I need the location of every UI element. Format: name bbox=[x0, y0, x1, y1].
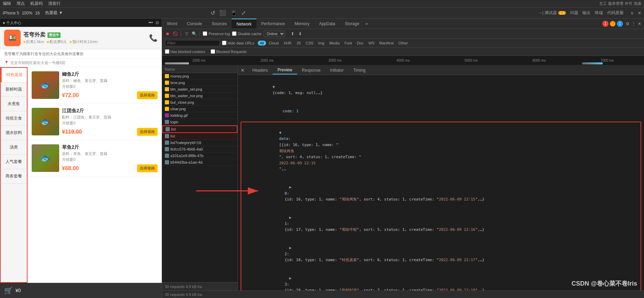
refresh-icon[interactable]: ↺ bbox=[211, 10, 215, 16]
cart-icon[interactable]: 🛒 bbox=[4, 286, 13, 295]
request-item-2[interactable]: btn_waiter_sel.png bbox=[162, 86, 237, 93]
tab-appdata[interactable]: AppData bbox=[314, 19, 340, 29]
clear-icon[interactable]: 🚫 bbox=[172, 31, 178, 37]
filter-doc[interactable]: Doc bbox=[355, 41, 366, 45]
tab-sources[interactable]: Sources bbox=[207, 19, 232, 29]
menu-item-release[interactable]: 清发行 bbox=[48, 1, 61, 7]
filter-font[interactable]: Font bbox=[342, 41, 354, 45]
top-action-2[interactable]: 版本管理 bbox=[608, 1, 623, 6]
filter-media[interactable]: Media bbox=[327, 41, 342, 45]
filter-img[interactable]: Img bbox=[316, 41, 326, 45]
request-item-6[interactable]: lodding.gif bbox=[162, 112, 237, 119]
tab-wxml[interactable]: Wxml bbox=[162, 19, 182, 29]
sidebar-item-5[interactable]: 汤类 bbox=[1, 140, 27, 155]
request-item-12[interactable]: a101a1e9-8f8b-47b bbox=[162, 153, 237, 159]
request-item-13[interactable]: b544d3ba-a1ae-4d. bbox=[162, 159, 237, 166]
tab-console[interactable]: Console bbox=[182, 19, 207, 29]
filter-css[interactable]: CSS bbox=[304, 41, 316, 45]
detail-tab-headers[interactable]: Headers bbox=[247, 66, 273, 74]
request-item-8[interactable]: list bbox=[162, 125, 237, 133]
sidebar-item-0[interactable]: 特色蒸菜 bbox=[1, 68, 27, 82]
request-item-9[interactable]: list bbox=[162, 133, 237, 140]
more-icon[interactable]: ⋮ bbox=[632, 21, 636, 26]
request-item-3[interactable]: btn_waiter_nor.png bbox=[162, 93, 237, 99]
top-action-4[interactable]: 洗涤 bbox=[634, 1, 641, 6]
request-items-container: money.png time.png btn_waiter_sel.png bbox=[162, 73, 237, 282]
filter-all[interactable]: All bbox=[258, 41, 266, 45]
disable-cache-label[interactable]: Disable cache bbox=[232, 31, 262, 36]
top-action-1[interactable]: 主工 bbox=[599, 1, 607, 6]
filter-ws[interactable]: WS bbox=[366, 41, 377, 45]
menu-item-edit[interactable]: 编辑 bbox=[3, 1, 11, 7]
phone-icon[interactable]: 📱 bbox=[230, 10, 237, 16]
sidebar-item-2[interactable]: 水煮鱼 bbox=[1, 97, 27, 111]
network-main: Name money.png time.png bbox=[162, 65, 644, 290]
request-item-5[interactable]: clear.png bbox=[162, 106, 237, 112]
tab-network[interactable]: Network bbox=[232, 19, 256, 29]
filter-input[interactable] bbox=[165, 40, 220, 46]
download-icon[interactable]: ⬇ bbox=[297, 31, 303, 37]
sidebar-item-7[interactable]: 商务套餐 bbox=[1, 169, 27, 184]
settings-icon[interactable]: ⚙ bbox=[626, 21, 630, 26]
request-item-10[interactable]: list?categoryId=16 bbox=[162, 140, 237, 146]
sidebar-item-1[interactable]: 新鲜时蔬 bbox=[1, 82, 27, 97]
tab-storage[interactable]: Storage bbox=[340, 19, 364, 29]
devtools-close[interactable]: ✕ bbox=[638, 11, 641, 16]
menu-item-trace[interactable]: 埋点 bbox=[17, 1, 25, 7]
disable-cache-checkbox[interactable] bbox=[232, 31, 236, 36]
sidebar-item-6[interactable]: 人气套餐 bbox=[1, 155, 27, 169]
sidebar-item-4[interactable]: 酒水饮料 bbox=[1, 126, 27, 140]
filter-icon[interactable]: ▽ bbox=[184, 31, 189, 37]
top-action-3[interactable]: 许可 bbox=[625, 1, 632, 6]
detail-tab-preview[interactable]: Preview bbox=[273, 66, 297, 74]
detail-close-btn[interactable]: ✕ bbox=[238, 68, 247, 73]
detail-tab-initiator[interactable]: Initiator bbox=[325, 66, 348, 74]
hot-reload-btn[interactable]: 热重载 ▼ bbox=[45, 10, 63, 16]
devtools-tab-output[interactable]: 输出 bbox=[582, 10, 591, 16]
devtools-panel-close[interactable]: ✕ bbox=[638, 21, 641, 26]
more-tabs-icon[interactable]: » bbox=[366, 21, 368, 26]
cart-total: ¥0 bbox=[15, 288, 21, 293]
preserve-log-label[interactable]: Preserve log bbox=[203, 31, 230, 36]
upload-icon[interactable]: ⬆ bbox=[290, 31, 295, 37]
choose-btn-0[interactable]: 选择规格 bbox=[137, 91, 158, 99]
request-item-0[interactable]: money.png bbox=[162, 73, 237, 80]
request-item-11[interactable]: 8cfcc576-4b66-4a0. bbox=[162, 146, 237, 153]
devtools-tab-codequality[interactable]: 代码质量 bbox=[607, 10, 624, 16]
detail-tab-timing[interactable]: Timing bbox=[348, 66, 370, 74]
request-item-7[interactable]: login bbox=[162, 119, 237, 125]
top-menu-bar: 编辑 埋点 机器码 清发行 主工 版本管理 许可 洗涤 bbox=[0, 0, 644, 8]
choose-btn-2[interactable]: 选择规格 bbox=[137, 164, 158, 172]
tab-performance[interactable]: Performance bbox=[256, 19, 290, 29]
menu-item-machinecode[interactable]: 机器码 bbox=[30, 1, 43, 7]
record-icon[interactable]: ⏺ bbox=[165, 31, 170, 37]
filter-js[interactable]: JS bbox=[294, 41, 303, 45]
expand-icon[interactable]: ⤢ bbox=[241, 10, 246, 16]
hide-data-urls-checkbox[interactable] bbox=[222, 41, 226, 45]
choose-btn-1[interactable]: 选择规格 bbox=[137, 128, 158, 136]
request-item-4[interactable]: but_close.png bbox=[162, 99, 237, 106]
online-select[interactable]: Online bbox=[264, 31, 285, 37]
search-icon[interactable]: 🔍 bbox=[191, 31, 197, 37]
stop-icon[interactable]: ⬛ bbox=[219, 10, 226, 16]
blocked-requests-checkbox[interactable] bbox=[211, 49, 215, 54]
blocked-requests-label[interactable]: Blocked Requests bbox=[211, 49, 247, 54]
devtools-panel: Wxml Console Sources Network Performance… bbox=[162, 19, 644, 298]
blocked-cookies-label[interactable]: Has blocked cookies bbox=[165, 49, 205, 54]
devtools-tab-terminal[interactable]: 终端 bbox=[595, 10, 603, 16]
devtools-tab-issues[interactable]: 问题 bbox=[570, 10, 578, 16]
devtools-collapse[interactable]: ∨ bbox=[631, 11, 634, 16]
phone-icon-right[interactable]: 📞 bbox=[149, 34, 158, 42]
device-bar: iPhone 5 100% 16 热重载 ▼ ↺ ⬛ 📱 ⤢ →| 调试器 1,… bbox=[0, 8, 644, 19]
filter-manifest[interactable]: Manifest bbox=[377, 41, 396, 45]
filter-cloud[interactable]: Cloud bbox=[267, 41, 281, 45]
filter-other[interactable]: Other bbox=[397, 41, 410, 45]
request-item-1[interactable]: time.png bbox=[162, 80, 237, 86]
blocked-cookies-checkbox[interactable] bbox=[165, 49, 169, 54]
detail-tab-response[interactable]: Response bbox=[297, 66, 325, 74]
filter-xhr[interactable]: XHR bbox=[282, 41, 294, 45]
tab-memory[interactable]: Memory bbox=[290, 19, 314, 29]
hide-data-urls-label[interactable]: Hide data URLs bbox=[222, 41, 254, 45]
preserve-log-checkbox[interactable] bbox=[203, 31, 207, 36]
sidebar-item-3[interactable]: 传统主食 bbox=[1, 111, 27, 126]
